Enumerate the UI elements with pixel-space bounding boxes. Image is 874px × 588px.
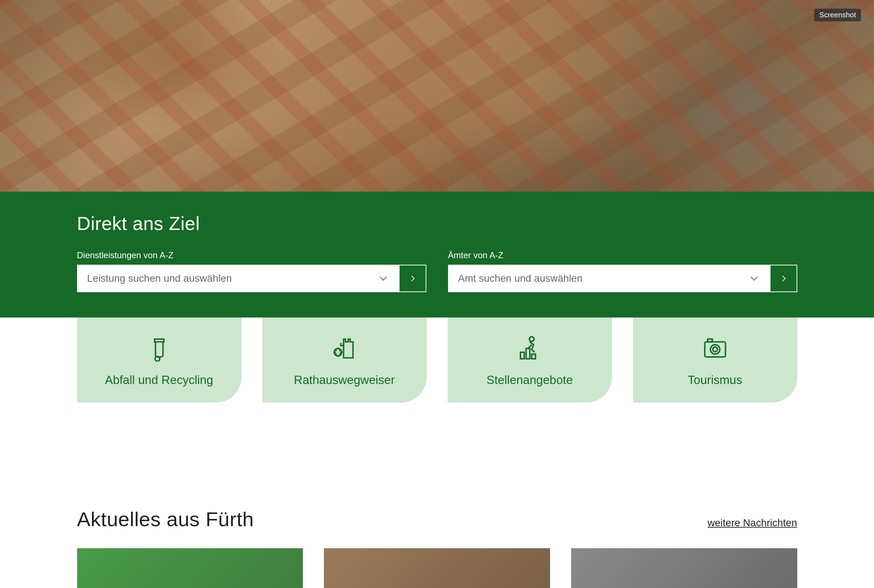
band-title: Direkt ans Ziel [77,213,797,234]
news-card[interactable] [324,548,550,588]
chevron-down-icon [749,273,760,284]
svg-rect-4 [526,348,530,359]
svg-point-2 [529,337,534,341]
tile-label: Abfall und Recycling [105,373,213,387]
services-go-button[interactable] [399,265,426,292]
services-select[interactable]: Leistung suchen und auswählen [77,265,399,292]
news-card[interactable] [77,548,303,588]
screenshot-label: Screenshot [814,9,861,21]
news-title: Aktuelles aus Fürth [77,507,254,531]
services-placeholder: Leistung suchen und auswählen [87,273,232,284]
services-search-column: Dienstleistungen von A-Z Leistung suchen… [77,250,426,292]
services-label: Dienstleistungen von A-Z [77,250,426,260]
quick-tiles: Abfall und Recycling Rathauswegweiser St… [0,318,874,402]
jobs-chart-icon [516,333,544,362]
hero-texture [0,0,874,192]
tile-label: Rathauswegweiser [294,373,395,387]
svg-rect-7 [707,339,712,342]
news-section: Aktuelles aus Fürth weitere Nachrichten [0,507,874,588]
trash-icon [145,333,173,362]
offices-search-column: Ämter von A-Z Amt suchen und auswählen [448,250,797,292]
offices-label: Ämter von A-Z [448,250,797,260]
svg-rect-5 [532,354,535,359]
tile-label: Tourismus [687,373,742,387]
direct-target-band: Direkt ans Ziel Dienstleistungen von A-Z… [0,192,874,318]
tile-tourismus[interactable]: Tourismus [633,318,797,402]
svg-rect-3 [520,352,524,359]
offices-placeholder: Amt suchen und auswählen [458,273,583,284]
tile-rathauswegweiser[interactable]: Rathauswegweiser [262,318,427,402]
tile-label: Stellenangebote [486,373,573,387]
svg-point-9 [713,347,717,351]
svg-point-8 [710,345,720,354]
chevron-down-icon [378,273,389,284]
tile-stellenangebote[interactable]: Stellenangebote [448,318,612,402]
news-card[interactable] [571,548,797,588]
camera-icon [701,333,729,362]
offices-go-button[interactable] [770,265,797,292]
hero-image: Screenshot [0,0,874,192]
tile-abfall-recycling[interactable]: Abfall und Recycling [77,318,241,402]
offices-select[interactable]: Amt suchen und auswählen [448,265,770,292]
news-more-link[interactable]: weitere Nachrichten [707,517,797,529]
castle-gear-icon [330,333,359,362]
